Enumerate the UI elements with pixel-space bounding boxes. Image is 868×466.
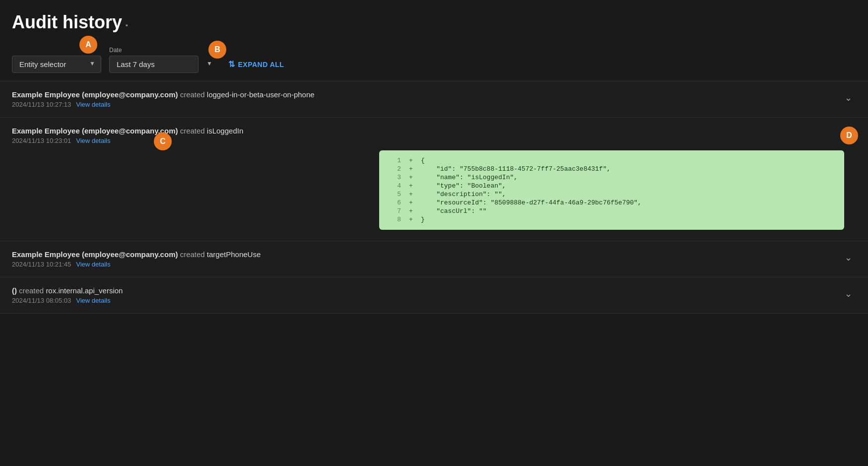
action-text: created: [19, 286, 46, 295]
audit-entry-header: Example Employee (employee@company.com) …: [12, 127, 856, 144]
expand-all-icon: ⇅: [228, 60, 235, 69]
audit-entry-meta: 2024/11/13 10:23:01 View details: [12, 137, 243, 144]
timestamp: 2024/11/13 10:23:01: [12, 137, 71, 144]
audit-list: Example Employee (employee@company.com) …: [0, 81, 868, 314]
actor-name: Example Employee (employee@company.com): [12, 250, 178, 259]
entity-name: rox.internal.api_version: [46, 286, 123, 295]
diff-content: 1 + { 2 + "id": "755b8c88-1118-4572-7ff7…: [379, 150, 844, 230]
entity-selector-wrapper: Entity selector ▼: [12, 56, 101, 73]
audit-entry-meta: 2024/11/13 10:21:45 View details: [12, 261, 261, 268]
audit-entry-info: Example Employee (employee@company.com) …: [12, 127, 243, 144]
audit-entry-header: Example Employee (employee@company.com) …: [12, 250, 856, 268]
audit-entry-meta: 2024/11/13 10:27:13 View details: [12, 101, 315, 108]
action-text: created: [180, 127, 207, 135]
actor-name: Example Employee (employee@company.com): [12, 90, 178, 99]
audit-entry: Example Employee (employee@company.com) …: [0, 241, 868, 277]
expand-all-button[interactable]: ⇅ EXPAND ALL: [226, 56, 286, 73]
action-text: created: [180, 250, 207, 259]
entity-selector[interactable]: Entity selector: [12, 56, 101, 73]
diff-line: 2 + "id": "755b8c88-1118-4572-7ff7-25aac…: [379, 165, 844, 173]
badge-d: D: [840, 127, 858, 144]
date-label: Date: [109, 47, 218, 54]
entity-name: logged-in-or-beta-user-on-phone: [207, 90, 315, 99]
entity-name: targetPhoneUse: [207, 250, 261, 259]
expand-entry-button[interactable]: ⌄: [841, 286, 856, 301]
audit-entry: Example Employee (employee@company.com) …: [0, 81, 868, 118]
title-dot: .: [125, 15, 129, 29]
audit-entry-header: Example Employee (employee@company.com) …: [12, 90, 856, 108]
page-title: Audit history .: [12, 12, 856, 33]
expand-entry-button[interactable]: ⌄: [841, 90, 856, 105]
audit-entry-title: Example Employee (employee@company.com) …: [12, 90, 315, 99]
timestamp: 2024/11/13 10:21:45: [12, 261, 71, 268]
badge-b: B: [208, 41, 226, 59]
diff-panel: 1 + { 2 + "id": "755b8c88-1118-4572-7ff7…: [379, 150, 844, 230]
date-selector-wrapper: Date Last 7 days ▼: [109, 47, 218, 73]
date-selector-arrow-icon: ▼: [206, 60, 212, 67]
badge-c: C: [154, 133, 172, 150]
diff-line: 8 + }: [379, 215, 844, 224]
audit-entry-title: Example Employee (employee@company.com) …: [12, 127, 243, 135]
diff-line: 5 + "description": "",: [379, 190, 844, 199]
audit-entry: () created rox.internal.api_version 2024…: [0, 277, 868, 314]
audit-entry: C D Example Employee (employee@company.c…: [0, 118, 868, 241]
audit-entry-info: Example Employee (employee@company.com) …: [12, 250, 261, 268]
audit-entry-title: Example Employee (employee@company.com) …: [12, 250, 261, 259]
entity-name: isLoggedIn: [207, 127, 243, 135]
view-details-link[interactable]: View details: [76, 297, 110, 304]
diff-line: 4 + "type": "Boolean",: [379, 182, 844, 190]
expand-entry-button[interactable]: ⌄: [841, 250, 856, 265]
diff-line: 7 + "cascUrl": "": [379, 207, 844, 215]
audit-entry-title: () created rox.internal.api_version: [12, 286, 123, 295]
view-details-link[interactable]: View details: [76, 261, 110, 268]
toolbar: A Entity selector ▼ B Date Last 7 days ▼…: [0, 41, 868, 81]
diff-line: 1 + {: [379, 156, 844, 165]
page-header: Audit history .: [0, 0, 868, 41]
view-details-link[interactable]: View details: [76, 137, 110, 144]
actor-name: (): [12, 286, 17, 295]
date-selector[interactable]: Last 7 days: [109, 56, 199, 73]
badge-a: A: [79, 36, 97, 54]
view-details-link[interactable]: View details: [76, 101, 110, 108]
timestamp: 2024/11/13 08:05:03: [12, 297, 71, 304]
actor-name: Example Employee (employee@company.com): [12, 127, 178, 135]
diff-line: 6 + "resourceId": "8509888e-d27f-44fa-46…: [379, 199, 844, 207]
diff-line: 3 + "name": "isLoggedIn",: [379, 173, 844, 182]
audit-entry-info: () created rox.internal.api_version 2024…: [12, 286, 123, 304]
audit-entry-meta: 2024/11/13 08:05:03 View details: [12, 297, 123, 304]
audit-entry-info: Example Employee (employee@company.com) …: [12, 90, 315, 108]
audit-entry-header: () created rox.internal.api_version 2024…: [12, 286, 856, 304]
timestamp: 2024/11/13 10:27:13: [12, 101, 71, 108]
action-text: created: [180, 90, 207, 99]
